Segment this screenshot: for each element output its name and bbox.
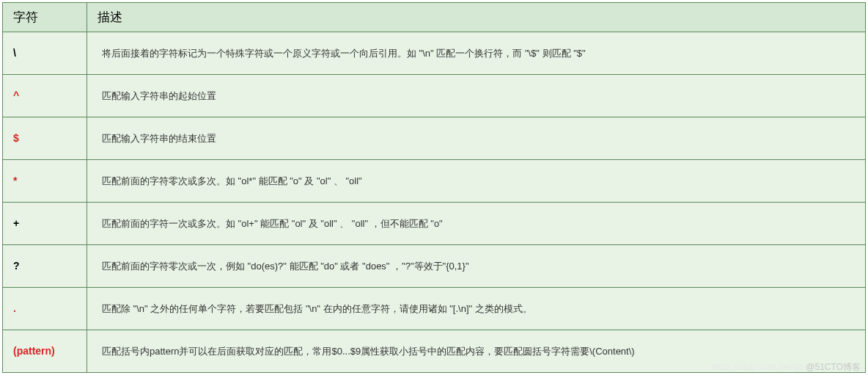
char-cell: ^ [3, 75, 87, 117]
regex-table-container: 字符 描述 \ 将后面接着的字符标记为一个特殊字符或一个原义字符或一个向后引用。… [0, 0, 868, 375]
char-cell: . [3, 288, 87, 330]
header-char: 字符 [3, 3, 87, 32]
header-desc: 描述 [87, 3, 866, 32]
desc-cell: 匹配括号内pattern并可以在后面获取对应的匹配，常用$0...$9属性获取小… [87, 330, 866, 373]
table-row: \ 将后面接着的字符标记为一个特殊字符或一个原义字符或一个向后引用。如 "\n"… [3, 32, 866, 75]
table-row: ^ 匹配输入字符串的起始位置 [3, 75, 866, 117]
table-row: * 匹配前面的字符零次或多次。如 "ol*" 能匹配 "o" 及 "ol" 、 … [3, 160, 866, 203]
table-body: \ 将后面接着的字符标记为一个特殊字符或一个原义字符或一个向后引用。如 "\n"… [3, 32, 866, 373]
desc-cell: 将后面接着的字符标记为一个特殊字符或一个原义字符或一个向后引用。如 "\n" 匹… [87, 32, 866, 75]
char-cell: ? [3, 245, 87, 288]
table-row: . 匹配除 "\n" 之外的任何单个字符，若要匹配包括 "\n" 在内的任意字符… [3, 288, 866, 330]
table-row: + 匹配前面的字符一次或多次。如 "ol+" 能匹配 "ol" 及 "oll" … [3, 203, 866, 245]
desc-cell: 匹配除 "\n" 之外的任何单个字符，若要匹配包括 "\n" 在内的任意字符，请… [87, 288, 866, 330]
char-cell: $ [3, 117, 87, 160]
regex-reference-table: 字符 描述 \ 将后面接着的字符标记为一个特殊字符或一个原义字符或一个向后引用。… [2, 2, 866, 373]
desc-cell: 匹配前面的字符零次或一次，例如 "do(es)?" 能匹配 "do" 或者 "d… [87, 245, 866, 288]
desc-cell: 匹配输入字符串的结束位置 [87, 117, 866, 160]
table-header-row: 字符 描述 [3, 3, 866, 32]
char-cell: \ [3, 32, 87, 75]
table-row: (pattern) 匹配括号内pattern并可以在后面获取对应的匹配，常用$0… [3, 330, 866, 373]
desc-cell: 匹配前面的字符一次或多次。如 "ol+" 能匹配 "ol" 及 "oll" 、 … [87, 203, 866, 245]
desc-cell: 匹配输入字符串的起始位置 [87, 75, 866, 117]
char-cell: + [3, 203, 87, 245]
table-row: ? 匹配前面的字符零次或一次，例如 "do(es)?" 能匹配 "do" 或者 … [3, 245, 866, 288]
desc-cell: 匹配前面的字符零次或多次。如 "ol*" 能匹配 "o" 及 "ol" 、 "o… [87, 160, 866, 203]
table-row: $ 匹配输入字符串的结束位置 [3, 117, 866, 160]
char-cell: (pattern) [3, 330, 87, 373]
char-cell: * [3, 160, 87, 203]
